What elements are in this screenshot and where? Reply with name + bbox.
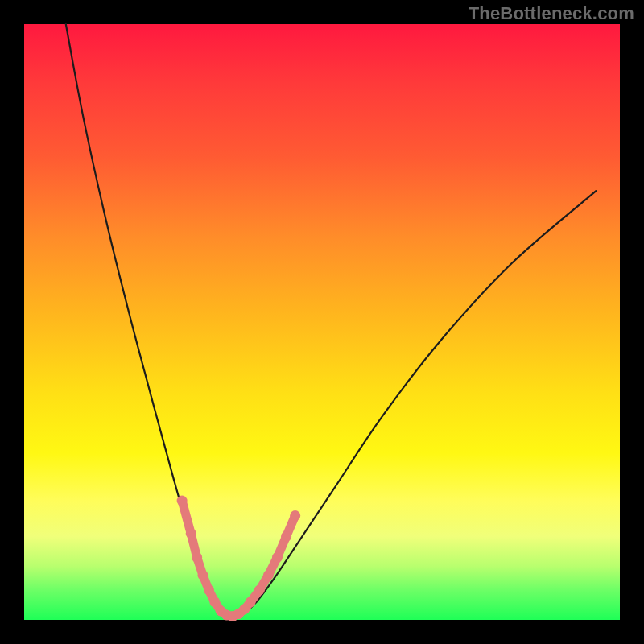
bottleneck-curve	[66, 24, 597, 617]
marker-layer	[177, 496, 301, 622]
marker-dot	[198, 570, 208, 580]
marker-dot	[254, 585, 265, 596]
marker-dot	[204, 585, 214, 596]
marker-dot	[263, 570, 274, 580]
marker-dot	[209, 597, 220, 607]
marker-dot	[281, 531, 291, 542]
marker-dot	[186, 528, 196, 539]
watermark-text: TheBottleneck.com	[469, 3, 634, 24]
curve-layer	[66, 24, 597, 617]
chart-svg	[24, 24, 620, 620]
marker-dot	[272, 552, 283, 563]
marker-dot	[290, 510, 300, 521]
chart-frame: TheBottleneck.com	[0, 0, 644, 644]
plot-area	[24, 24, 620, 620]
marker-dot	[246, 597, 256, 607]
marker-dot	[192, 552, 202, 563]
marker-dot	[177, 496, 188, 506]
